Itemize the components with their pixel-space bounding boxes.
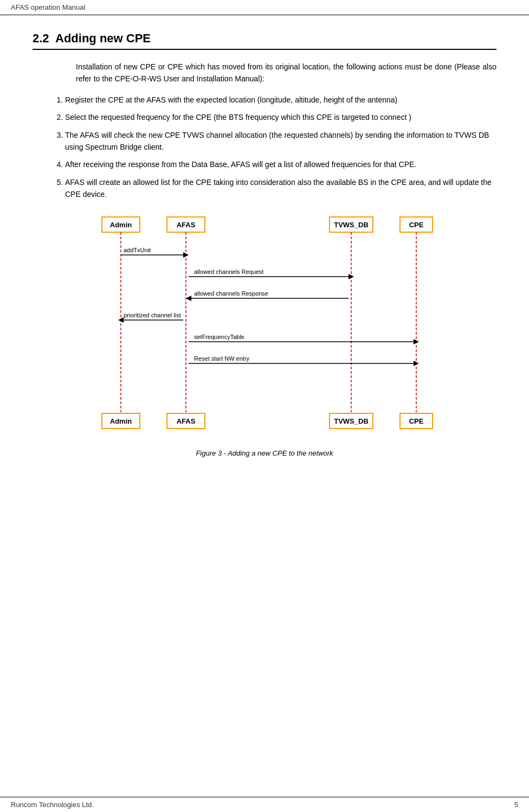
main-content: 2.2 Adding new CPE Installation of new C…	[0, 15, 529, 484]
header-title: AFAS operation Manual	[11, 3, 85, 11]
msg1-label: addTxUnit	[124, 247, 151, 253]
step-4: After receiving the response from the Da…	[65, 158, 496, 170]
section-heading: Adding new CPE	[55, 31, 151, 45]
page-header: AFAS operation Manual	[0, 0, 529, 15]
step-5: AFAS will create an allowed list for the…	[65, 176, 496, 201]
sequence-diagram: Admin AFAS TVWS_DB CPE addTxUnit allowed…	[86, 212, 443, 445]
msg5-label: setFrequencyTable	[194, 334, 244, 340]
msg5-arrow	[414, 339, 419, 344]
msg2-label: allowed channels Request	[194, 268, 263, 275]
msg4-arrow	[118, 317, 124, 323]
section-intro: Installation of new CPE or CPE which has…	[76, 61, 496, 85]
cpe-label-bottom: CPE	[409, 417, 424, 425]
msg3-label: allowed channels Response	[194, 290, 268, 297]
cpe-label-top: CPE	[409, 221, 424, 229]
footer-company: Runcom Technologies Ltd.	[11, 801, 94, 809]
step-2: Select the requested frequency for the C…	[65, 111, 496, 123]
section-title: 2.2 Adding new CPE	[33, 31, 496, 50]
step-3: The AFAS will check the new CPE TVWS cha…	[65, 129, 496, 154]
tvws-label-bottom: TVWS_DB	[334, 417, 369, 425]
section-number: 2.2	[33, 31, 49, 45]
admin-label-top: Admin	[110, 221, 132, 229]
intro-text: Installation of new CPE or CPE which has…	[76, 62, 496, 83]
page-footer: Runcom Technologies Ltd. 5	[0, 797, 529, 812]
msg6-arrow	[414, 361, 419, 366]
msg1-arrow	[183, 252, 189, 258]
tvws-label-top: TVWS_DB	[334, 221, 369, 229]
steps-list: Register the CPE at the AFAS with the ex…	[65, 94, 496, 201]
msg3-arrow	[186, 296, 191, 301]
msg2-arrow	[349, 274, 354, 279]
afas-label-bottom: AFAS	[177, 417, 196, 425]
admin-label-bottom: Admin	[110, 417, 132, 425]
afas-label-top: AFAS	[177, 221, 196, 229]
msg6-label: Reset start NW entry	[194, 355, 250, 362]
diagram-caption: Figure 3 - Adding a new CPE to the netwo…	[196, 449, 333, 457]
footer-page: 5	[514, 801, 518, 809]
diagram-container: Admin AFAS TVWS_DB CPE addTxUnit allowed…	[33, 212, 496, 457]
msg4-label: prioritized channel list	[124, 312, 181, 318]
step-1: Register the CPE at the AFAS with the ex…	[65, 94, 496, 106]
